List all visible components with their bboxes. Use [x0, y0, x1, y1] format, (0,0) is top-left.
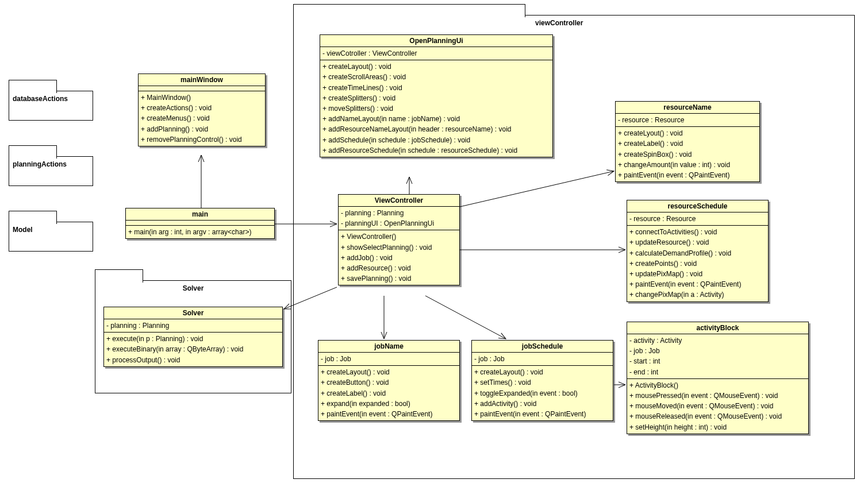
class-op: + calculateDemandProfile() : void [629, 248, 766, 258]
class-op: + moveSplitters() : void [322, 103, 550, 114]
package-tab [95, 269, 143, 283]
class-attr: - resource : Resource [629, 214, 766, 224]
class-attr: - planning : Planning [106, 320, 280, 331]
class-op: + setTimes() : void [474, 377, 610, 388]
class-ops: + execute(in p : Planning) : void+ execu… [104, 333, 282, 366]
class-attrs [126, 221, 274, 226]
class-op: + main(in arg : int, in argv : array<cha… [128, 227, 272, 237]
class-op: + setHeight(in height : int) : void [629, 422, 806, 432]
class-op: + createLayout() : void [474, 367, 610, 377]
class-mainWindow: mainWindow + MainWindow()+ createActions… [138, 74, 266, 146]
class-op: + paintEvent(in event : QPaintEvent) [474, 409, 610, 419]
package-tab [9, 211, 57, 224]
class-attrs: - job : Job [472, 353, 613, 366]
class-attr: - resource : Resource [618, 115, 757, 125]
class-attrs [139, 86, 265, 91]
package-tab [9, 145, 57, 159]
package-label: viewController [535, 19, 583, 27]
class-attrs: - job : Job [318, 353, 459, 366]
package-label: Solver [95, 281, 291, 296]
package-label: databaseActions [9, 91, 93, 106]
class-ops: + main(in arg : int, in argv : array<cha… [126, 226, 274, 238]
class-ops: + ActivityBlock()+ mousePressed(in event… [627, 379, 808, 434]
class-title: activityBlock [627, 322, 808, 334]
class-title: resourceName [616, 102, 759, 114]
class-op: + ViewController() [341, 231, 457, 242]
class-op: + changeAmount(in value : int) : void [618, 160, 757, 170]
class-attrs: - resource : Resource [627, 212, 768, 226]
class-attrs: - planning : Planning [104, 319, 282, 333]
class-attr: - end : int [629, 367, 806, 377]
class-ops: + MainWindow()+ createActions() : void+ … [139, 91, 265, 146]
class-op: + removePlanningControl() : void [141, 134, 263, 145]
package-tab [293, 4, 525, 17]
class-op: + createLyout() : void [618, 128, 757, 138]
class-op: + createSplitters() : void [322, 93, 550, 103]
class-op: + createLabel() : void [321, 388, 457, 399]
class-openPlanningUi: OpenPlanningUi - viewCotroller : ViewCon… [320, 34, 553, 157]
class-op: + paintEvent(in event : QPaintEvent) [321, 409, 457, 419]
package-model: Model [9, 222, 93, 252]
class-attrs: - planning : Planning- planningUI : Open… [339, 207, 459, 230]
class-op: + savePlanning() : void [341, 273, 457, 284]
class-title: mainWindow [139, 74, 265, 86]
class-title: ViewController [339, 195, 459, 207]
class-op: + mouseReleased(in event : QMouseEvent) … [629, 411, 806, 422]
class-title: jobSchedule [472, 341, 613, 353]
class-attrs: - viewCotroller : ViewController [320, 47, 552, 60]
class-op: + expand(in expanded : bool) [321, 399, 457, 409]
class-op: + addResource() : void [341, 263, 457, 273]
class-op: + createMenus() : void [141, 113, 263, 123]
class-op: + createButton() : void [321, 377, 457, 388]
class-op: + addPlanning() : void [141, 124, 263, 134]
class-op: + mousePressed(in event : QMouseEvent) :… [629, 391, 806, 401]
class-title: Solver [104, 307, 282, 319]
class-op: + addNameLayout(in name : jobName) : voi… [322, 114, 550, 124]
class-op: + createLayout() : void [321, 367, 457, 377]
class-op: + toggleExpanded(in event : bool) [474, 388, 610, 399]
class-op: + updatePixMap() : void [629, 269, 766, 279]
class-op: + paintEvent(in event : QPaintEvent) [618, 170, 757, 180]
class-op: + connectToActivities() : void [629, 227, 766, 237]
class-attr: - activity : Activity [629, 335, 806, 346]
class-jobSchedule: jobSchedule - job : Job + createLayout()… [471, 340, 613, 421]
class-ops: + createLyout() : void+ createLabel() : … [616, 127, 759, 181]
class-op: + updateResource() : void [629, 237, 766, 248]
class-title: main [126, 208, 274, 221]
package-label: Model [9, 222, 93, 237]
class-ops: + createLayout() : void+ createScrollAre… [320, 60, 552, 157]
class-attr: - viewCotroller : ViewController [322, 48, 550, 59]
class-op: + addSchedule(in schedule : jobSchedule)… [322, 135, 550, 145]
class-ops: + createLayout() : void+ setTimes() : vo… [472, 366, 613, 420]
class-attrs: - resource : Resource [616, 114, 759, 127]
class-op: + createActions() : void [141, 103, 263, 113]
class-attr: - job : Job [321, 354, 457, 364]
package-tab [9, 80, 57, 93]
class-op: + createTimeLines() : void [322, 83, 550, 93]
package-planningActions: planningActions [9, 156, 93, 186]
class-op: + addResourceNameLayout(in header : reso… [322, 124, 550, 134]
class-op: + changePixMap(in a : Activity) [629, 289, 766, 300]
class-op: + execute(in p : Planning) : void [106, 334, 280, 344]
class-op: + paintEvent(in event : QPaintEvent) [629, 279, 766, 289]
class-attrs: - activity : Activity- job : Job- start … [627, 334, 808, 379]
class-op: + addResourceSchedule(in schedule : reso… [322, 145, 550, 156]
class-jobName: jobName - job : Job + createLayout() : v… [318, 340, 460, 421]
class-ops: + createLayout() : void+ createButton() … [318, 366, 459, 420]
class-op: + executeBinary(in array : QByteArray) :… [106, 344, 280, 354]
class-op: + showSelectPlanning() : void [341, 242, 457, 253]
class-op: + createLabel() : void [618, 138, 757, 149]
class-attr: - start : int [629, 356, 806, 366]
class-resourceName: resourceName - resource : Resource + cre… [615, 101, 760, 182]
class-op: + addJob() : void [341, 253, 457, 263]
class-title: OpenPlanningUi [320, 35, 552, 47]
class-attr: - job : Job [629, 346, 806, 356]
class-solver: Solver - planning : Planning + execute(i… [103, 307, 283, 367]
class-op: + processOutput() : void [106, 355, 280, 365]
class-ops: + ViewController()+ showSelectPlanning()… [339, 230, 459, 285]
class-title: resourceSchedule [627, 200, 768, 212]
class-op: + ActivityBlock() [629, 380, 806, 391]
class-op: + createScrollAreas() : void [322, 72, 550, 82]
class-main: main + main(in arg : int, in argv : arra… [125, 208, 275, 239]
class-viewController: ViewController - planning : Planning- pl… [338, 194, 460, 285]
